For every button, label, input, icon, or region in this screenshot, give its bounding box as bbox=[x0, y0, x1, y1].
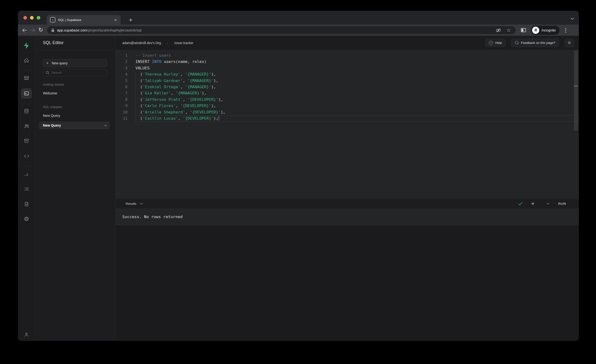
eye-off-icon[interactable] bbox=[496, 28, 501, 33]
results-dropdown-label[interactable]: Results bbox=[126, 202, 136, 206]
breadcrumb-org[interactable]: adam@windmill.dev's Org bbox=[122, 41, 161, 45]
code-token: INSERT bbox=[135, 59, 152, 64]
bell-icon bbox=[567, 41, 571, 45]
sql-code-editor[interactable]: 1234567891011 -- Insert usersINSERT INTO… bbox=[115, 50, 579, 198]
new-query-button-label: New query bbox=[52, 61, 68, 65]
code-area[interactable]: -- Insert usersINSERT INTO users(name, r… bbox=[135, 50, 579, 198]
sidebar-item-reports[interactable] bbox=[21, 170, 32, 179]
account-button[interactable] bbox=[21, 330, 32, 339]
chevron-down-icon[interactable] bbox=[104, 123, 107, 127]
code-token: 'Caitlin Lucas' bbox=[142, 116, 178, 121]
saved-check-icon bbox=[518, 202, 522, 206]
sidebar-item-new-query-selected[interactable]: New Query bbox=[39, 122, 110, 129]
scrollbar-cursor-marker bbox=[574, 86, 578, 86]
close-window-button[interactable] bbox=[23, 16, 27, 20]
bookmark-star-icon[interactable]: ☆ bbox=[506, 28, 511, 33]
sidebar-item-api-docs[interactable] bbox=[21, 199, 32, 209]
run-options-chevron-icon[interactable] bbox=[547, 201, 550, 206]
code-token: VALUES bbox=[135, 66, 150, 70]
line-number: 6 bbox=[115, 84, 127, 90]
code-token: ), bbox=[218, 97, 223, 102]
code-token: ( bbox=[135, 91, 142, 95]
code-line: VALUES bbox=[135, 65, 579, 71]
sidebar-item-sql-editor[interactable] bbox=[21, 89, 32, 98]
notifications-button[interactable] bbox=[565, 39, 574, 47]
sidebar-item-home[interactable] bbox=[21, 56, 32, 65]
code-token: ), bbox=[202, 91, 207, 95]
search-icon bbox=[46, 71, 49, 74]
code-token: , bbox=[171, 91, 176, 95]
new-tab-button[interactable]: + bbox=[126, 15, 135, 24]
minimize-window-button[interactable] bbox=[30, 16, 34, 20]
search-box[interactable] bbox=[43, 69, 107, 76]
favorite-heart-icon[interactable]: ♥ bbox=[531, 201, 534, 206]
run-button[interactable]: RUN bbox=[558, 202, 566, 206]
address-bar[interactable]: app.supabase.com/project/azahtnhqohyjerz… bbox=[47, 26, 516, 34]
code-token: ), bbox=[221, 110, 225, 114]
feedback-button-label: Feedback on this page? bbox=[521, 41, 555, 45]
line-number: 8 bbox=[115, 97, 127, 103]
main-header: adam@windmill.dev's Org / issue-tracker … bbox=[115, 36, 579, 50]
code-token: ( bbox=[135, 78, 142, 83]
code-token: '{DEVELOPER}' bbox=[180, 104, 211, 108]
code-token: ), bbox=[211, 72, 216, 76]
code-token: ( bbox=[135, 116, 142, 121]
code-token: , bbox=[183, 78, 188, 83]
side-panel-icon[interactable] bbox=[521, 28, 526, 32]
browser-tab-active[interactable]: SQL | Supabase × bbox=[47, 15, 121, 25]
code-token: '{MANAGER}' bbox=[185, 85, 211, 89]
rail-divider bbox=[21, 104, 32, 104]
new-query-button[interactable]: + New query bbox=[43, 59, 107, 67]
results-toolbar: Results ♥ RUN bbox=[115, 198, 579, 209]
supabase-app: ⚙ SQL Editor + New query Getting starte bbox=[18, 36, 579, 341]
code-token: ), bbox=[214, 78, 218, 83]
reload-icon[interactable]: ↻ bbox=[37, 28, 45, 33]
code-token: '{DEVELOPER}' bbox=[188, 97, 218, 102]
supabase-logo[interactable] bbox=[21, 41, 32, 50]
line-number: 3 bbox=[115, 65, 127, 71]
code-token: ( bbox=[135, 97, 142, 102]
back-icon[interactable] bbox=[21, 28, 29, 32]
line-number: 9 bbox=[115, 103, 127, 109]
code-line: ('Jefferson Pratt', '{DEVELOPER}'), bbox=[135, 97, 579, 103]
zoom-window-button[interactable] bbox=[37, 16, 40, 20]
sidebar-item-database[interactable] bbox=[21, 106, 32, 116]
incognito-icon bbox=[532, 27, 539, 34]
forward-icon[interactable] bbox=[29, 28, 37, 32]
browser-menu-icon[interactable]: ⋮ bbox=[563, 27, 568, 33]
sidebar-item-logs[interactable] bbox=[21, 184, 32, 194]
results-chevron-icon[interactable] bbox=[140, 201, 143, 206]
feedback-button[interactable]: Feedback on this page? bbox=[511, 39, 559, 47]
gear-icon: ⚙ bbox=[24, 216, 29, 222]
help-button[interactable]: ? Help bbox=[485, 39, 505, 47]
sidebar-item-settings[interactable]: ⚙ bbox=[21, 214, 32, 223]
code-token: '{MANAGER}' bbox=[176, 91, 202, 95]
editor-scrollbar[interactable] bbox=[574, 51, 578, 131]
code-token: ), bbox=[211, 85, 216, 89]
nav-rail: ⚙ bbox=[18, 36, 35, 341]
breadcrumb-project[interactable]: issue-tracker bbox=[174, 41, 193, 45]
sidebar-item-table-editor[interactable] bbox=[21, 73, 32, 83]
code-token: ( bbox=[135, 104, 142, 108]
code-token: 'Arielle Shepherd' bbox=[142, 110, 185, 114]
line-number-gutter: 1234567891011 bbox=[115, 50, 135, 198]
code-line: ('Arielle Shepherd', '{DEVELOPER}'), bbox=[135, 109, 579, 115]
search-input[interactable] bbox=[52, 71, 87, 74]
section-label-getting-started: Getting started bbox=[43, 83, 107, 86]
sidebar-item-new-query[interactable]: New Query bbox=[43, 114, 107, 118]
tab-search-chevron-icon[interactable] bbox=[571, 16, 574, 21]
line-number: 4 bbox=[115, 71, 127, 77]
window-controls bbox=[23, 16, 40, 20]
sidebar-item-authentication[interactable] bbox=[21, 121, 32, 131]
sidebar-item-welcome[interactable]: Welcome bbox=[43, 91, 107, 95]
rail-divider bbox=[21, 70, 32, 70]
tab-close-icon[interactable]: × bbox=[114, 18, 117, 22]
code-line: ('Caitlin Lucas', '{DEVELOPER}'); bbox=[135, 115, 579, 122]
code-line: ('Theresa Hurley', '{MANAGER}'), bbox=[135, 71, 579, 77]
success-message: Success. No rows returned bbox=[122, 215, 183, 219]
browser-window: SQL | Supabase × + ↻ app.supabase.com/pr… bbox=[18, 11, 579, 341]
help-button-label: Help bbox=[495, 41, 502, 45]
sidebar-item-edge-functions[interactable] bbox=[21, 151, 32, 161]
section-label-sql-snippets: SQL snippets bbox=[43, 105, 107, 109]
sidebar-item-storage[interactable] bbox=[21, 136, 32, 146]
